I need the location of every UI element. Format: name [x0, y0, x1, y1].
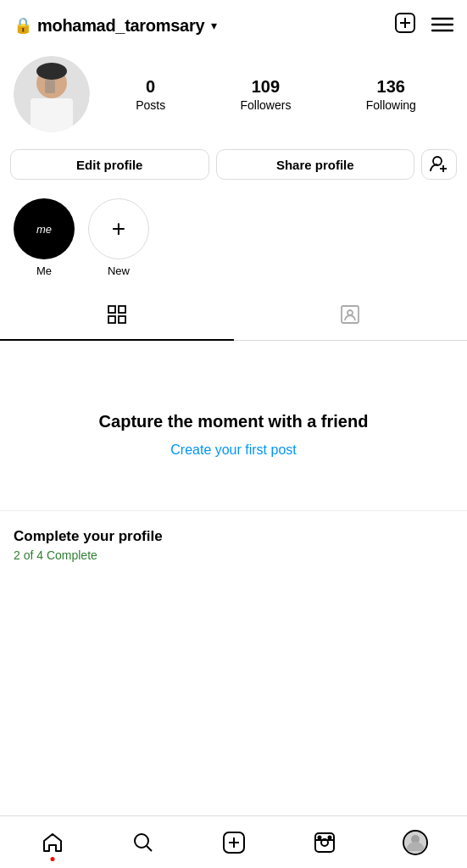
grid-icon [107, 304, 127, 330]
svg-point-20 [135, 834, 148, 848]
svg-point-28 [328, 836, 331, 838]
create-post-link[interactable]: Create your first post [170, 442, 297, 458]
tab-tagged[interactable] [234, 294, 468, 340]
following-label: Following [366, 98, 416, 112]
story-me-circle: me [14, 198, 75, 259]
nav-profile[interactable] [393, 821, 437, 865]
main-content: Capture the moment with a friend Create … [0, 341, 467, 510]
svg-rect-18 [342, 306, 359, 323]
stat-posts[interactable]: 0 Posts [136, 77, 165, 112]
complete-profile-section: Complete your profile 2 of 4 Complete [0, 510, 467, 579]
posts-label: Posts [136, 98, 165, 112]
nav-reels[interactable] [303, 821, 347, 865]
avatar[interactable] [14, 56, 90, 132]
add-person-button[interactable] [421, 149, 457, 180]
svg-rect-10 [45, 80, 55, 93]
story-me-label: Me [36, 264, 52, 277]
nav-home[interactable] [31, 821, 75, 865]
story-new-circle: + [88, 198, 149, 259]
svg-rect-17 [119, 316, 125, 323]
edit-profile-button[interactable]: Edit profile [10, 149, 209, 180]
add-post-icon[interactable] [394, 12, 416, 39]
svg-rect-16 [108, 316, 115, 323]
story-me-initials: me [36, 223, 52, 236]
bottom-spacer [0, 579, 467, 638]
svg-point-27 [318, 836, 320, 838]
capture-text: Capture the moment with a friend [99, 410, 369, 432]
menu-icon[interactable] [431, 14, 453, 37]
header-right [394, 12, 453, 39]
action-buttons: Edit profile Share profile [0, 149, 467, 195]
complete-profile-subtitle: 2 of 4 Complete [14, 548, 453, 562]
stat-following[interactable]: 136 Following [366, 77, 416, 112]
svg-rect-7 [31, 98, 73, 132]
nav-search[interactable] [121, 821, 165, 865]
stat-followers[interactable]: 109 Followers [240, 77, 291, 112]
header: 🔒 mohamad_taromsary ▾ [0, 0, 467, 47]
complete-profile-title: Complete your profile [14, 528, 453, 545]
stories-row: me Me + New [0, 195, 467, 291]
story-new-plus-icon: + [112, 217, 125, 241]
lock-icon: 🔒 [14, 16, 32, 35]
username[interactable]: mohamad_taromsary [37, 16, 204, 36]
header-left: 🔒 mohamad_taromsary ▾ [14, 16, 217, 36]
svg-line-21 [147, 846, 152, 851]
svg-rect-14 [108, 306, 115, 313]
svg-rect-15 [119, 306, 125, 313]
story-me[interactable]: me Me [14, 198, 75, 277]
posts-count: 0 [146, 77, 155, 97]
tabs-row [0, 294, 467, 341]
following-count: 136 [377, 77, 405, 97]
nav-add[interactable] [212, 821, 256, 865]
tab-grid[interactable] [0, 294, 234, 340]
tagged-icon [340, 304, 360, 330]
svg-point-9 [36, 63, 67, 80]
profile-section: 0 Posts 109 Followers 136 Following [0, 47, 467, 149]
share-profile-button[interactable]: Share profile [216, 149, 415, 180]
chevron-down-icon[interactable]: ▾ [211, 19, 217, 32]
nav-avatar [403, 830, 428, 855]
home-dot-indicator [50, 857, 54, 861]
followers-label: Followers [240, 98, 291, 112]
bottom-nav [0, 815, 467, 868]
story-new[interactable]: + New [88, 198, 149, 277]
stats-container: 0 Posts 109 Followers 136 Following [98, 77, 453, 112]
story-new-label: New [108, 264, 130, 277]
followers-count: 109 [252, 77, 280, 97]
